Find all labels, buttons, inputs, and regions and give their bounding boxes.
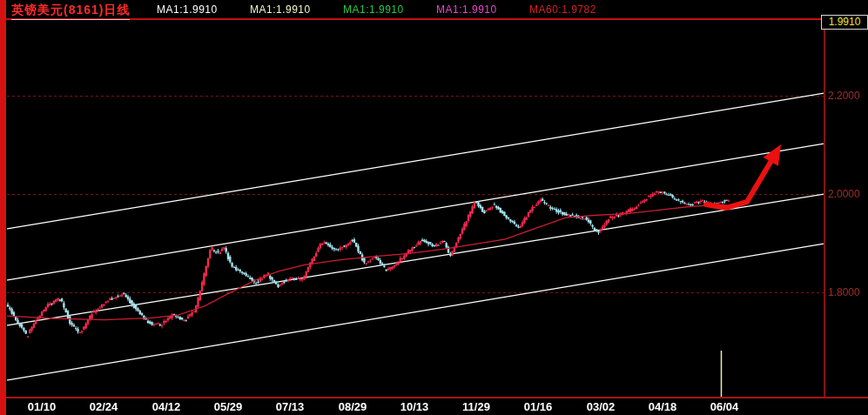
price-axis-label: 2.0000 [828, 188, 860, 200]
date-axis-label: 02/24 [90, 400, 118, 413]
date-axis-label: 04/12 [152, 400, 181, 413]
last-price-box: 1.9910 [821, 15, 868, 30]
date-axis-label: 05/29 [214, 400, 243, 413]
left-red-bar [0, 0, 6, 415]
date-axis-label: 03/02 [587, 400, 616, 413]
date-axis-label: 11/29 [462, 400, 490, 413]
date-axis-label: 04/18 [649, 400, 677, 413]
chart-window: 英镑美元(8161)日线 MA1:1.9910MA1:1.9910MA1:1.9… [0, 0, 868, 415]
bottom-axis-line [0, 397, 868, 398]
date-axis-label: 07/13 [276, 400, 305, 413]
ma-label: MA1:1.9910 [157, 3, 218, 16]
ma-label: MA1:1.9910 [436, 3, 497, 16]
last-price-value: 1.9910 [829, 16, 861, 28]
date-axis-label: 06/04 [710, 400, 739, 413]
candlestick-chart[interactable] [0, 0, 868, 415]
instrument-title: 英镑美元(8161)日线 [11, 3, 130, 20]
ma-label: MA60:1.9782 [529, 3, 596, 16]
date-axis-label: 01/10 [28, 400, 57, 413]
ma-label: MA1:1.9910 [343, 3, 404, 16]
date-axis-label: 10/13 [400, 400, 429, 413]
price-axis-label: 1.8000 [828, 286, 860, 298]
ma-label: MA1:1.9910 [250, 3, 311, 16]
price-axis-line [824, 19, 825, 398]
date-axis-label: 01/16 [524, 400, 553, 413]
date-axis-label: 08/29 [339, 400, 367, 413]
price-axis-label: 2.2000 [828, 90, 860, 102]
